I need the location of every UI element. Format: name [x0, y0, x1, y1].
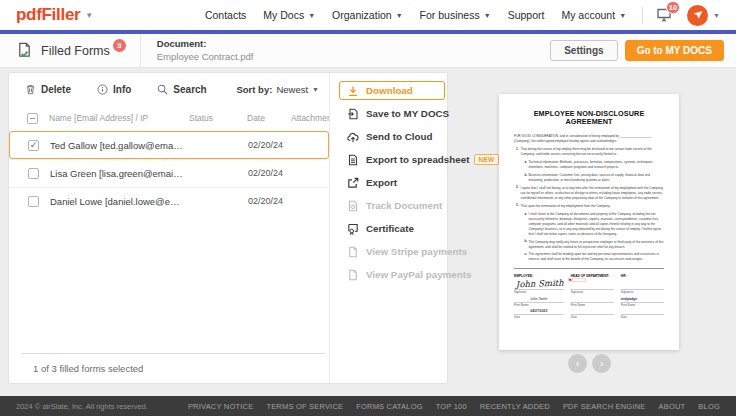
export-icon [347, 177, 359, 189]
save-to-my-docs-button[interactable]: Save to MY DOCS [339, 104, 507, 123]
sort-dropdown[interactable]: Newest▼ [276, 84, 319, 95]
row-date: 02/20/24 [248, 168, 292, 178]
nav-link-organization[interactable]: Organization▼ [332, 9, 402, 21]
footer-link-recently-added[interactable]: RECENTLY ADDED [480, 402, 550, 411]
pdffiller-logo[interactable]: pdfFiller [16, 5, 80, 25]
header-date[interactable]: Date [247, 113, 291, 123]
list-footer: 1 of 3 filled forms selected [21, 353, 325, 383]
export-to-spreadsheet-icon [347, 154, 359, 166]
print-name-label: Print Name [621, 303, 664, 306]
signature-column: HEAD OF DEPARTMENT:⚑SignaturePrint NameD… [571, 274, 614, 322]
account-avatar[interactable] [687, 5, 708, 26]
chevron-down-icon: ▼ [619, 12, 626, 19]
signature-space [621, 278, 664, 289]
header-attachment[interactable]: Attachment [291, 113, 329, 123]
subclause-text: Business information: Customer lists, pr… [529, 172, 665, 182]
row-checkbox-cell: ✓ [28, 140, 50, 151]
subclause-text: The Company may notify any future or pro… [529, 239, 665, 249]
nda-subclause: a.Technical information: Methods, proces… [523, 160, 665, 170]
signature-heading: HEAD OF DEPARTMENT: [571, 274, 614, 278]
view-stripe-payments-button: View Stripe payments [339, 242, 507, 261]
nav-link-contacts[interactable]: Contacts [205, 9, 246, 21]
signature-label: Signature [571, 290, 614, 293]
list-toolbar: Delete Info Search Sort by: Newest▼ [9, 73, 329, 105]
row-checkbox[interactable] [28, 168, 39, 179]
table-row[interactable]: Daniel Lowe [daniel.lowe@email.em] / 83.… [9, 187, 329, 215]
paypal-payments-icon [347, 269, 359, 281]
export-button[interactable]: Export [339, 173, 507, 192]
nav-link-my-docs[interactable]: My Docs▼ [263, 9, 315, 21]
save-to-mydocs-icon [347, 108, 359, 120]
nav-link-support[interactable]: Support [508, 9, 545, 21]
footer-link-pdf-search-engine[interactable]: PDF SEARCH ENGINE [563, 402, 646, 411]
filled-forms-group: Filled Forms 3 [16, 42, 126, 59]
print-name-label: Print Name [571, 303, 614, 306]
footer-link-forms-catalog[interactable]: FORMS CATALOG [356, 402, 423, 411]
flag-glyph: ⚑ [568, 278, 572, 283]
nda-clause: 3.That upon the termination of my employ… [514, 203, 664, 208]
certificate-button[interactable]: Certificate [339, 219, 507, 238]
signature-heading: HR: [621, 274, 664, 278]
chevron-down-icon: ▼ [308, 12, 315, 19]
track-document-button: Track Document [339, 196, 507, 215]
next-page-button[interactable]: › [592, 354, 611, 373]
table-row[interactable]: ✓Ted Gallow [ted.gallow@email.em] / 83.4… [9, 131, 329, 159]
prev-page-button[interactable]: ‹ [568, 354, 587, 373]
header-name[interactable]: Name [Email Address] / IP [49, 113, 189, 123]
document-preview-page[interactable]: EMPLOYEE NON-DISCLOSURE AGREEMENT FOR GO… [499, 94, 679, 350]
footer-link-terms-of-service[interactable]: TERMS OF SERVICE [266, 402, 343, 411]
row-checkbox[interactable]: ✓ [28, 140, 39, 151]
send-to-cloud-icon [347, 131, 359, 143]
delete-button[interactable]: Delete [25, 84, 71, 95]
annotation-flag-icon[interactable]: ⚑ [568, 278, 586, 283]
download-button[interactable]: Download [339, 81, 445, 100]
footer-link-blog[interactable]: BLOG [698, 402, 720, 411]
notifications-icon[interactable]: 10 [655, 6, 673, 24]
action-label: Export to spreadsheet [366, 154, 469, 165]
row-name: Ted Gallow [ted.gallow@email.em] / 83.4.… [50, 140, 190, 151]
account-chevron-down-icon[interactable]: ▼ [713, 12, 720, 19]
table-row[interactable]: Lisa Green [lisa.green@email.em] / 83.43… [9, 159, 329, 187]
nav-link-label: My Docs [263, 9, 304, 21]
filled-forms-count-badge: 3 [113, 39, 126, 52]
chevron-down-icon: ▼ [396, 12, 403, 19]
selection-summary: 1 of 3 filled forms selected [33, 363, 143, 374]
info-button[interactable]: Info [97, 84, 131, 95]
document-label: Document: [157, 38, 254, 50]
annotation-box [573, 278, 586, 282]
footer-link-about[interactable]: ABOUT [659, 402, 686, 411]
footer-link-privacy-notice[interactable]: PRIVACY NOTICE [188, 402, 253, 411]
header-status[interactable]: Status [189, 113, 247, 123]
subclause-text: This agreement shall be binding upon me … [529, 252, 665, 262]
go-to-mydocs-button[interactable]: Go to MY DOCS [625, 40, 724, 61]
table-body: ✓Ted Gallow [ted.gallow@email.em] / 83.4… [9, 131, 329, 215]
nav-link-label: My account [561, 9, 615, 21]
row-checkbox[interactable] [28, 196, 39, 207]
signature-column: EMPLOYEE:John SmithSignatureJohn SmithPr… [514, 274, 564, 322]
nav-link-my-account[interactable]: My account▼ [561, 9, 626, 21]
action-label: View Stripe payments [366, 246, 467, 257]
nda-subclause: b.Business information: Customer lists, … [523, 172, 665, 182]
filled-forms-list-panel: Delete Info Search Sort by: Newest▼ – Na… [9, 73, 330, 383]
footer-link-top-100[interactable]: TOP 100 [436, 402, 467, 411]
export-to-spreadsheet-button[interactable]: Export to spreadsheetNEW [339, 150, 507, 169]
table-header: – Name [Email Address] / IP Status Date … [9, 105, 329, 131]
select-all-checkbox[interactable]: – [27, 113, 38, 124]
nda-clause: 2.I agree that I shall not during, or at… [514, 185, 664, 200]
trash-icon [25, 84, 36, 95]
row-name: Daniel Lowe [daniel.lowe@email.em] / 83.… [50, 196, 190, 207]
date-label: Date [571, 315, 614, 318]
footer-links: PRIVACY NOTICETERMS OF SERVICEFORMS CATA… [188, 402, 720, 411]
send-to-cloud-button[interactable]: Send to Cloud [339, 127, 507, 146]
clause-text: I agree that I shall not during, or at a… [521, 185, 665, 200]
action-label: Certificate [366, 223, 414, 234]
actions-panel: DownloadSave to MY DOCSSend to CloudExpo… [330, 73, 516, 383]
nav-link-label: Organization [332, 9, 392, 21]
nav-divider [642, 7, 643, 23]
search-button[interactable]: Search [157, 84, 206, 95]
nav-link-for-business[interactable]: For business▼ [420, 9, 491, 21]
logo-chevron-down-icon[interactable]: ▼ [85, 11, 93, 20]
search-icon [157, 84, 168, 95]
nda-subclause: b.The Company may notify any future or p… [523, 239, 665, 249]
settings-button[interactable]: Settings [550, 40, 617, 61]
